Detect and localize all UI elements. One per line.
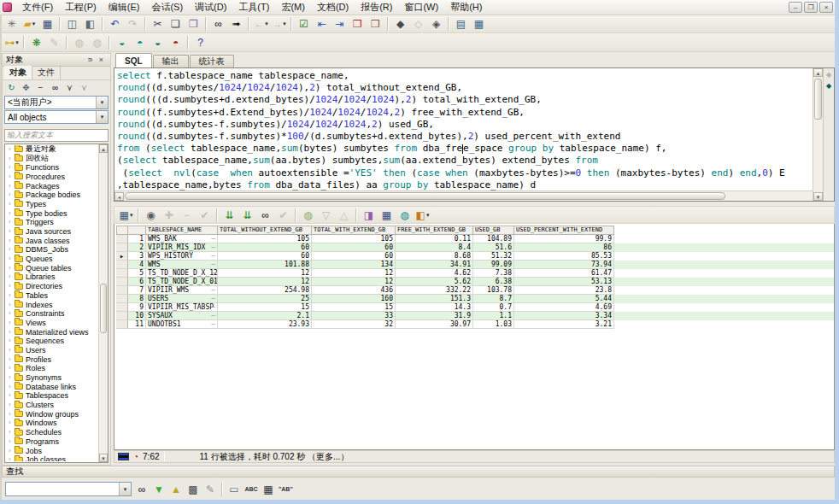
column-header[interactable]: TOTAL_WITH_EXTEND_GB bbox=[312, 226, 396, 235]
grid-find-button[interactable]: ∞ bbox=[256, 208, 274, 223]
expander-icon[interactable]: › bbox=[9, 201, 15, 208]
expander-icon[interactable]: › bbox=[9, 319, 15, 326]
grid-cell[interactable]: USERS bbox=[146, 295, 218, 303]
grid-cell[interactable]: 60 bbox=[312, 243, 396, 252]
grid-cell[interactable]: 101.88 bbox=[218, 261, 312, 269]
expander-icon[interactable]: › bbox=[9, 448, 15, 454]
new-window-button[interactable]: ✳ bbox=[3, 16, 21, 32]
menu-item[interactable]: 工程(P) bbox=[59, 1, 103, 13]
chevron-down-icon[interactable]: ▾ bbox=[426, 212, 430, 219]
expander-icon[interactable]: › bbox=[9, 356, 15, 363]
chevron-down-icon[interactable]: ▾ bbox=[130, 212, 133, 219]
grid-cell[interactable]: 0.11 bbox=[396, 235, 473, 243]
grid-cell[interactable]: 25 bbox=[218, 295, 312, 303]
tree-item[interactable]: ›Directories bbox=[6, 282, 97, 291]
tree-item[interactable]: ›Window groups bbox=[6, 409, 97, 419]
tree-find-button[interactable]: ∞ bbox=[48, 81, 62, 94]
save-results-button[interactable]: ▦ bbox=[378, 208, 396, 223]
indent-button[interactable]: ⇤ bbox=[313, 16, 331, 32]
grid-cell[interactable]: 99.9 bbox=[514, 235, 614, 243]
tree-item[interactable]: ›Sequences bbox=[6, 337, 97, 346]
grid-cell[interactable]: 85.53 bbox=[514, 252, 614, 261]
expander-icon[interactable]: › bbox=[9, 310, 15, 317]
print-preview-button[interactable]: ◧ bbox=[81, 16, 99, 32]
expander-icon[interactable]: › bbox=[9, 283, 15, 290]
find-input-combo[interactable]: ▾ bbox=[5, 482, 132, 496]
column-header[interactable]: TOTAL_WITHOUT_EXTEND_GB bbox=[218, 226, 312, 235]
tree-item[interactable]: ›Procedures bbox=[6, 173, 97, 182]
menu-item[interactable]: 报告(R) bbox=[355, 1, 398, 13]
nav-down-icon[interactable]: ◆ bbox=[826, 82, 831, 90]
find-previous-up-button[interactable]: ▲ bbox=[167, 482, 185, 497]
configure-button[interactable]: ❋ bbox=[27, 35, 45, 50]
expander-icon[interactable]: › bbox=[9, 183, 15, 190]
column-header[interactable]: FREE_WITH_EXTEND_GB bbox=[396, 226, 473, 235]
tree-item[interactable]: ›Synonyms bbox=[6, 373, 97, 383]
grid-cell[interactable]: 104.89 bbox=[473, 235, 514, 243]
tree-item[interactable]: ›Database links bbox=[6, 382, 97, 391]
table-row[interactable]: 11UNDOTBS123.933230.971.033.21 bbox=[116, 320, 834, 329]
grid-cell[interactable]: SYSAUX bbox=[146, 312, 218, 320]
scroll-up-icon[interactable]: ▲ bbox=[813, 68, 823, 77]
grid-cell[interactable]: 151.3 bbox=[396, 295, 473, 303]
chevron-down-icon[interactable]: ▾ bbox=[32, 21, 36, 27]
marker-button[interactable]: ✎ bbox=[202, 482, 219, 497]
scrollbar-thumb[interactable] bbox=[814, 79, 822, 120]
expander-icon[interactable]: › bbox=[9, 384, 15, 390]
menu-item[interactable]: 宏(M) bbox=[275, 1, 311, 13]
expander-icon[interactable]: › bbox=[9, 191, 15, 198]
grid-cell[interactable]: WMS_BAK bbox=[146, 235, 218, 243]
save-button[interactable]: ▦ bbox=[38, 16, 56, 32]
single-record-view-button[interactable]: ◨ bbox=[360, 208, 378, 223]
menu-item[interactable]: 工具(T) bbox=[232, 1, 275, 13]
scrollbar-thumb[interactable] bbox=[100, 284, 107, 333]
tree-item[interactable]: ›Java classes bbox=[6, 236, 97, 245]
tree-item[interactable]: ›Indexes bbox=[6, 300, 97, 309]
grid-cell[interactable]: 8.4 bbox=[396, 243, 473, 252]
highlight-all-button[interactable]: ▩ bbox=[185, 482, 202, 497]
expander-icon[interactable]: › bbox=[9, 255, 15, 262]
refresh-button[interactable]: ↻ bbox=[4, 81, 19, 94]
grid-cell[interactable]: 23.8 bbox=[514, 286, 614, 295]
paste-button[interactable]: ❐ bbox=[185, 16, 202, 32]
cut-button[interactable]: ✂ bbox=[149, 16, 167, 32]
find-input[interactable] bbox=[6, 483, 119, 495]
nav-up-icon[interactable]: ◆ bbox=[826, 71, 831, 79]
grid-cell[interactable]: 30.97 bbox=[396, 320, 473, 329]
grid-cell[interactable]: 332.22 bbox=[396, 286, 473, 295]
sidebar-tab-objects[interactable]: 对象 bbox=[4, 66, 32, 79]
fetch-next-page-button[interactable]: ⇊ bbox=[220, 208, 238, 223]
grid-cell[interactable]: TS_TD_NODE_D_X_12 bbox=[146, 269, 218, 278]
tree-item[interactable]: ›Functions bbox=[6, 163, 97, 173]
close-button[interactable]: × bbox=[819, 2, 833, 13]
expander-icon[interactable]: › bbox=[9, 401, 15, 408]
tree-item[interactable]: ›Jobs bbox=[6, 446, 97, 455]
tree-item[interactable]: ›Triggers bbox=[6, 218, 97, 227]
expander-icon[interactable]: › bbox=[9, 456, 15, 461]
expander-icon[interactable]: › bbox=[9, 164, 15, 171]
scroll-down-icon[interactable]: ▼ bbox=[99, 454, 108, 462]
expander-icon[interactable]: › bbox=[9, 374, 15, 381]
grid-cell[interactable]: 73.94 bbox=[514, 261, 614, 269]
sql-editor[interactable]: select f.tablespace_name tablespace_name… bbox=[114, 68, 813, 190]
tree-item[interactable]: ›Libraries bbox=[6, 273, 97, 282]
expander-icon[interactable]: › bbox=[9, 219, 15, 226]
menu-item[interactable]: 编辑(E) bbox=[103, 1, 146, 13]
tree-item[interactable]: ›Tablespaces bbox=[6, 391, 97, 401]
logon-button[interactable]: ⊶▾ bbox=[3, 35, 21, 50]
column-header[interactable]: TABLESPACE_NAME bbox=[146, 226, 218, 235]
tree-item[interactable]: ›Users bbox=[6, 346, 97, 355]
expander-icon[interactable]: › bbox=[9, 438, 15, 445]
expander-icon[interactable]: › bbox=[9, 228, 15, 235]
grid-cell[interactable]: 15 bbox=[312, 303, 396, 312]
grid-cell[interactable]: 51.6 bbox=[473, 243, 514, 252]
expander-icon[interactable]: › bbox=[9, 419, 15, 426]
grid-cell[interactable]: 31.9 bbox=[396, 312, 473, 320]
grid-style-button[interactable]: ◧▾ bbox=[414, 208, 431, 223]
tree-item[interactable]: ›Clusters bbox=[6, 401, 97, 410]
tree-item[interactable]: ›Queue tables bbox=[6, 263, 97, 273]
grid-cell[interactable]: WMS bbox=[146, 261, 218, 269]
table-row[interactable]: 7VIPIIR_WMS254.98436332.22103.7823.8 bbox=[116, 286, 834, 295]
table-row[interactable]: 4WMS101.8813434.9199.0973.94 bbox=[116, 261, 834, 269]
grid-cell[interactable]: VIPIIR_MIS_IDX bbox=[146, 243, 218, 252]
